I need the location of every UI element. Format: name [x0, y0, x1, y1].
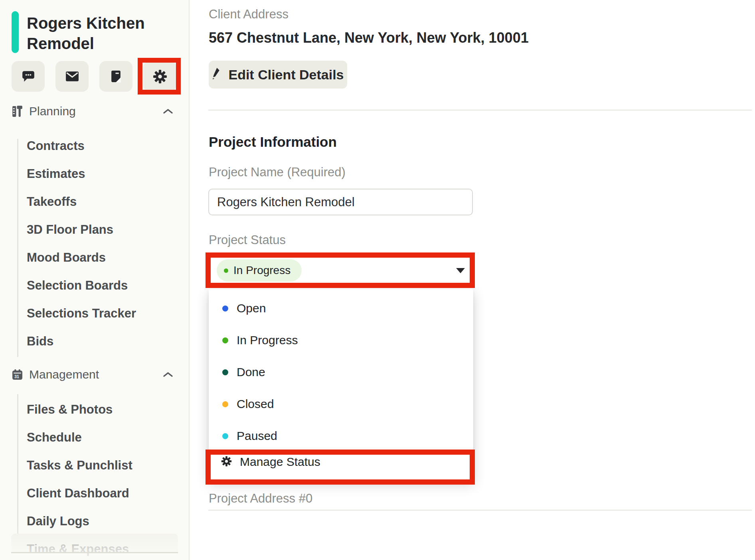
project-title-line2: Remodel [27, 34, 145, 54]
status-pill-label: In Progress [233, 264, 291, 277]
status-option-in-progress[interactable]: In Progress [209, 324, 473, 356]
status-pill[interactable]: In Progress [217, 259, 302, 282]
sidebar-item-label: Selections Tracker [27, 306, 136, 321]
sidebar-item-label: Client Dashboard [27, 486, 129, 501]
status-dot-done [222, 369, 228, 375]
gear-icon [221, 456, 232, 468]
sidebar-item-client-dashboard[interactable]: Client Dashboard [0, 479, 190, 507]
sidebar-item-daily-logs[interactable]: Daily Logs [0, 507, 190, 535]
sidebar-section-label: Planning [29, 105, 76, 118]
status-option-label: Open [237, 302, 266, 315]
sidebar-section-label: Management [29, 368, 99, 381]
project-address-label: Project Address #0 [209, 491, 312, 506]
sidebar-item-label: Files & Photos [27, 402, 113, 417]
project-accent-bar [12, 11, 19, 53]
sidebar-item-takeoffs[interactable]: Takeoffs [0, 188, 190, 216]
status-dot-open [222, 306, 228, 312]
sidebar-section-planning: Planning [0, 103, 190, 120]
sidebar-item-label: Contracts [27, 139, 85, 153]
status-option-label: Paused [237, 429, 277, 443]
status-option-done[interactable]: Done [209, 356, 473, 388]
sidebar-item-schedule[interactable]: Schedule [0, 424, 190, 452]
quick-actions [12, 61, 176, 92]
note-icon [111, 70, 121, 83]
manage-status-item[interactable]: Manage Status [211, 450, 470, 474]
sidebar-item-mood-boards[interactable]: Mood Boards [0, 244, 190, 272]
client-address-label: Client Address [209, 7, 289, 22]
status-dot-in-progress [222, 337, 228, 343]
sidebar-section-management: 31 Management [0, 366, 190, 383]
gear-icon [153, 69, 167, 84]
status-dot-closed [222, 401, 228, 407]
sidebar-item-time-expenses[interactable]: Time & Expenses [0, 535, 190, 560]
sidebar-item-label: Schedule [27, 430, 82, 445]
project-settings-page: Rogers Kitchen Remodel [0, 0, 755, 560]
sidebar-item-label: 3D Floor Plans [27, 223, 113, 237]
edit-client-details-label: Edit Client Details [228, 67, 344, 83]
main-content: Client Address 567 Chestnut Lane, New Yo… [190, 0, 755, 560]
chevron-up-icon[interactable] [163, 371, 173, 378]
status-option-paused[interactable]: Paused [209, 420, 473, 452]
status-option-label: Closed [237, 397, 274, 411]
sidebar-item-label: Mood Boards [27, 250, 106, 265]
project-name-input[interactable] [208, 189, 473, 215]
manage-status-label: Manage Status [240, 455, 320, 469]
sidebar-item-selections-tracker[interactable]: Selections Tracker [0, 300, 190, 327]
project-settings-button[interactable] [143, 61, 176, 92]
chat-button[interactable] [12, 61, 45, 92]
tools-icon [12, 105, 23, 118]
email-button[interactable] [55, 61, 89, 92]
status-dot-in-progress [224, 268, 228, 273]
section-divider [208, 510, 752, 511]
project-title-line1: Rogers Kitchen [27, 13, 145, 34]
section-divider [208, 110, 752, 110]
sidebar-item-label: Time & Expenses [27, 542, 129, 556]
sidebar-item-label: Bids [27, 334, 53, 349]
status-option-label: Done [237, 365, 265, 379]
sidebar-item-label: Estimates [27, 167, 85, 181]
calendar-icon: 31 [12, 369, 23, 380]
client-address-value: 567 Chestnut Lane, New York, New York, 1… [209, 30, 529, 46]
status-dot-paused [222, 433, 228, 439]
status-option-closed[interactable]: Closed [209, 388, 473, 420]
chevron-up-icon[interactable] [163, 108, 173, 114]
notes-button[interactable] [99, 61, 132, 92]
sidebar: Rogers Kitchen Remodel [0, 0, 190, 560]
sidebar-item-label: Daily Logs [27, 514, 89, 528]
sidebar-item-label: Tasks & Punchlist [27, 458, 132, 473]
pencil-icon [212, 67, 220, 83]
chevron-down-icon[interactable] [456, 268, 465, 273]
project-status-label: Project Status [209, 233, 286, 247]
sidebar-item-tasks-punchlist[interactable]: Tasks & Punchlist [0, 452, 190, 479]
envelope-icon [65, 71, 79, 82]
project-information-title: Project Information [209, 134, 337, 150]
sidebar-item-files-photos[interactable]: Files & Photos [0, 396, 190, 424]
edit-client-details-button[interactable]: Edit Client Details [209, 61, 347, 89]
sidebar-item-3d-floor-plans[interactable]: 3D Floor Plans [0, 216, 190, 244]
status-option-open[interactable]: Open [209, 292, 473, 324]
sidebar-item-contracts[interactable]: Contracts [0, 132, 190, 160]
status-option-label: In Progress [237, 333, 298, 347]
planning-items: Contracts Estimates Takeoffs 3D Floor Pl… [0, 132, 190, 355]
project-title: Rogers Kitchen Remodel [27, 13, 145, 54]
project-name-label: Project Name (Required) [209, 165, 346, 179]
sidebar-bottom-divider [11, 552, 178, 553]
svg-text:31: 31 [14, 374, 19, 379]
sidebar-item-bids[interactable]: Bids [0, 327, 190, 355]
sidebar-item-label: Takeoffs [27, 195, 77, 209]
status-dropdown-menu: Open In Progress Done Closed Paused [209, 289, 473, 479]
sidebar-item-selection-boards[interactable]: Selection Boards [0, 272, 190, 300]
chat-icon [22, 70, 35, 83]
management-items: Files & Photos Schedule Tasks & Punchlis… [0, 396, 190, 560]
sidebar-item-label: Selection Boards [27, 278, 128, 293]
sidebar-item-estimates[interactable]: Estimates [0, 160, 190, 188]
